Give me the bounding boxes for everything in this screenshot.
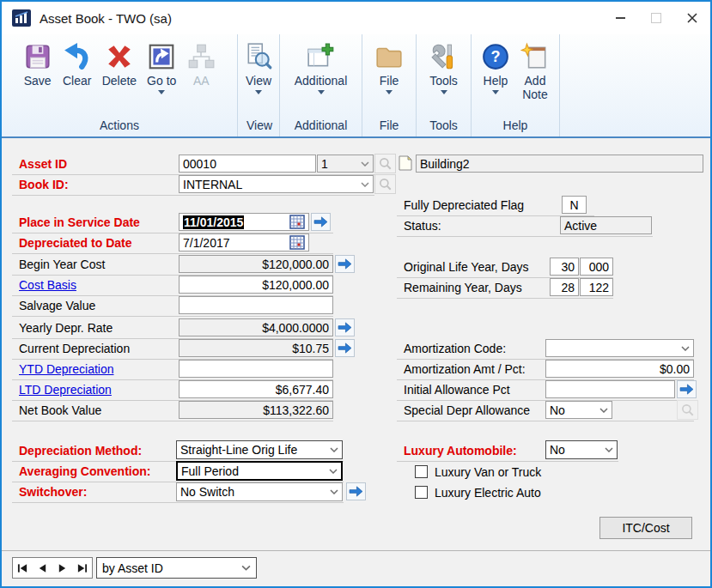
asset-id-suffix-field[interactable]: 1 [317, 155, 374, 173]
aa-button[interactable]: AA [182, 40, 220, 89]
add-note-icon [520, 42, 550, 71]
cost-basis-field[interactable]: $120,000.00 [179, 276, 333, 294]
book-id-label: Book ID: [19, 178, 69, 191]
averaging-convention-label: Averaging Convention: [19, 464, 151, 478]
switchover-dropdown[interactable]: No Switch [176, 482, 343, 501]
depreciation-method-label: Depreciation Method: [19, 444, 142, 458]
help-button[interactable]: ? Help [477, 40, 514, 100]
initial-allowance-expand-button[interactable] [677, 380, 697, 398]
maximize-icon [651, 13, 661, 23]
nav-last-button[interactable] [72, 558, 92, 578]
group-label-tools: Tools [417, 118, 471, 136]
additional-label: Additional [295, 74, 348, 88]
tools-button[interactable]: Tools [425, 40, 463, 100]
clear-button[interactable]: Clear [58, 40, 96, 89]
goto-button[interactable]: Go to [143, 40, 180, 100]
asset-id-label: Asset ID [19, 157, 67, 171]
additional-button[interactable]: Additional [290, 40, 352, 100]
amortization-code-chevron-icon [681, 346, 690, 351]
begin-year-cost-field: $120,000.00 [179, 255, 333, 273]
depreciated-to-field[interactable]: 7/1/2017 [179, 233, 309, 252]
luxury-electric-checkbox[interactable] [415, 486, 428, 499]
begin-year-cost-expand-button[interactable] [335, 255, 355, 273]
lookup-icon [378, 156, 393, 172]
add-note-label: AddNote [522, 74, 548, 101]
additional-dropdown-caret-icon [318, 90, 325, 98]
tools-label: Tools [429, 74, 458, 88]
current-depreciation-expand-button[interactable] [335, 339, 355, 357]
save-button[interactable]: Save [19, 40, 57, 89]
asset-description-field[interactable]: Building2 [416, 155, 703, 173]
sort-by-chevron-icon [241, 565, 251, 571]
luxury-automobile-dropdown[interactable]: No [545, 440, 618, 459]
book-id-field[interactable]: INTERNAL [179, 175, 374, 193]
place-in-service-field[interactable]: 11/01/2015 [179, 213, 309, 231]
ytd-depreciation-link[interactable]: YTD Depreciation [19, 362, 114, 376]
asset-id-lookup-button[interactable] [374, 154, 396, 173]
depreciated-to-calendar-icon[interactable] [289, 235, 305, 250]
ltd-depreciation-field[interactable]: $6,677.40 [179, 380, 333, 398]
switchover-label: Switchover: [19, 485, 87, 499]
book-id-lookup-button[interactable] [374, 174, 396, 194]
original-life-years-field[interactable]: 30 [550, 258, 579, 276]
switchover-expand-button[interactable] [346, 482, 366, 500]
note-icon[interactable] [399, 155, 412, 171]
aa-icon [186, 42, 216, 71]
asset-id-field[interactable]: 00010 [179, 155, 316, 173]
aa-label: AA [193, 74, 210, 88]
nav-next-button[interactable] [52, 558, 72, 578]
group-label-help: Help [472, 118, 559, 136]
ytd-depreciation-field[interactable] [179, 360, 333, 378]
begin-year-cost-label: Begin Year Cost [19, 258, 105, 271]
close-button[interactable] [674, 2, 710, 34]
amortization-amt-field[interactable]: $0.00 [545, 360, 694, 378]
fully-depreciated-field[interactable]: N [562, 196, 587, 214]
luxury-van-checkbox[interactable] [415, 465, 428, 478]
group-label-view: View [238, 118, 279, 136]
add-note-button[interactable]: AddNote [516, 40, 554, 103]
averaging-convention-chevron-icon [329, 469, 338, 474]
special-depr-lookup-button[interactable] [677, 400, 698, 420]
special-depr-dropdown[interactable]: No [545, 401, 612, 419]
delete-button[interactable]: Delete [98, 40, 141, 89]
minimize-icon [616, 17, 625, 19]
svg-text:?: ? [490, 48, 500, 65]
help-icon: ? [481, 42, 510, 71]
itc-cost-button[interactable]: ITC/Cost [599, 517, 692, 539]
clear-label: Clear [63, 74, 91, 88]
yearly-depr-rate-label: Yearly Depr. Rate [19, 321, 113, 335]
view-dropdown-caret-icon [255, 90, 262, 98]
view-button[interactable]: View [240, 40, 277, 100]
cost-basis-link[interactable]: Cost Basis [19, 278, 76, 292]
ribbon-spacer [560, 34, 710, 136]
maximize-button[interactable] [638, 2, 674, 34]
nav-previous-button[interactable] [33, 558, 52, 578]
nav-first-button[interactable] [13, 558, 33, 578]
minimize-button[interactable] [602, 2, 638, 34]
app-icon [12, 9, 31, 27]
initial-allowance-label: Initial Allowance Pct [404, 383, 510, 397]
original-life-days-field[interactable]: 000 [580, 258, 613, 276]
remaining-life-label: Remaining Year, Days [404, 281, 522, 294]
remaining-life-years-field[interactable]: 28 [550, 278, 579, 296]
place-in-service-calendar-icon[interactable] [289, 215, 305, 229]
first-record-icon [17, 564, 28, 573]
special-depr-label: Special Depr Allowance [404, 403, 530, 417]
close-icon [686, 12, 698, 24]
averaging-convention-dropdown[interactable]: Full Period [176, 461, 343, 481]
toolbar-ribbon: Save Clear Delete Go to AA [2, 34, 710, 138]
amortization-amt-label: Amortization Amt / Pct: [404, 362, 526, 376]
goto-label: Delete [102, 74, 137, 88]
salvage-value-field[interactable] [179, 296, 333, 314]
file-button[interactable]: File [370, 40, 408, 100]
place-in-service-expand-button[interactable] [311, 213, 331, 231]
ltd-depreciation-link[interactable]: LTD Depreciation [19, 383, 112, 397]
amortization-code-dropdown[interactable] [545, 339, 694, 357]
remaining-life-days-field[interactable]: 122 [580, 278, 613, 296]
initial-allowance-field[interactable] [545, 380, 675, 398]
yearly-depr-rate-expand-button[interactable] [335, 318, 355, 336]
asset-id-suffix-chevron-icon [361, 161, 369, 167]
depreciation-method-dropdown[interactable]: Straight-Line Orig Life [176, 440, 343, 459]
sort-by-dropdown[interactable]: by Asset ID [96, 557, 257, 579]
toolbar-group-tools: Tools Tools [417, 34, 472, 136]
